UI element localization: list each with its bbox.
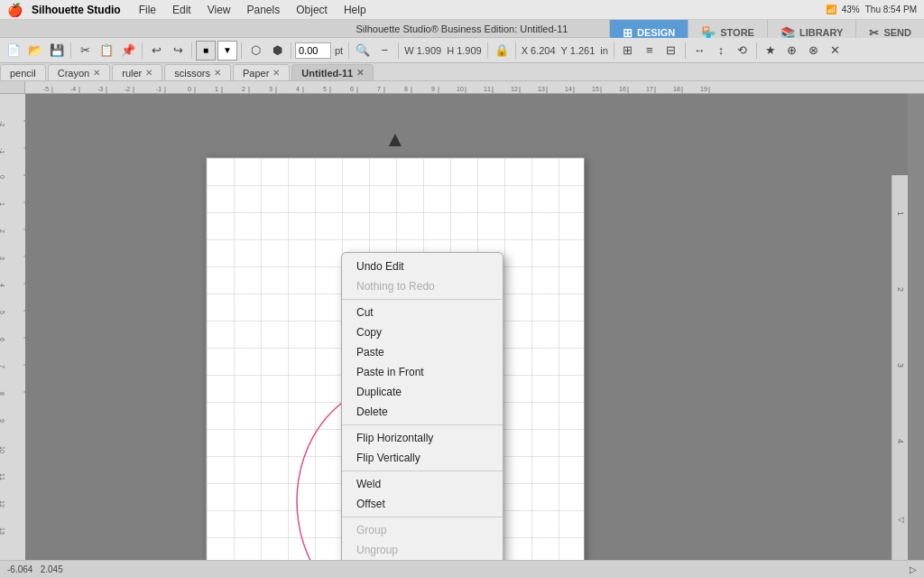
menu-edit[interactable]: Edit <box>165 2 199 18</box>
ctx-duplicate[interactable]: Duplicate <box>342 382 503 402</box>
ctx-offset[interactable]: Offset <box>342 494 503 514</box>
ctx-nothing-redo: Nothing to Redo <box>342 276 503 296</box>
ctx-flip-h[interactable]: Flip Horizontally <box>342 428 503 448</box>
ctx-sep4 <box>342 517 503 517</box>
menu-help[interactable]: Help <box>337 2 374 18</box>
svg-text:10: 10 <box>0 446 5 453</box>
open-btn[interactable]: 📂 <box>25 41 45 61</box>
doctab-untitled-close[interactable]: ✕ <box>356 68 364 78</box>
ctx-undo-edit[interactable]: Undo Edit <box>342 256 503 276</box>
svg-text:9: 9 <box>0 419 5 423</box>
coords-display: -6.064 2.045 <box>7 564 63 574</box>
doctab-paper-close[interactable]: ✕ <box>273 68 280 78</box>
group-btn[interactable]: ⬡ <box>245 41 265 61</box>
svg-text:17: 17 <box>646 86 653 92</box>
svg-text:2: 2 <box>242 86 245 92</box>
menu-view[interactable]: View <box>200 2 238 18</box>
shape-box-selected[interactable]: ■ <box>196 41 216 61</box>
ruler-corner <box>0 81 25 94</box>
ctx-paste[interactable]: Paste <box>342 342 503 362</box>
doctab-untitled[interactable]: Untitled-11 ✕ <box>291 64 374 80</box>
cut-btn[interactable]: ✂ <box>75 41 95 61</box>
doctab-crayon[interactable]: Crayon ✕ <box>48 64 110 80</box>
redo-btn[interactable]: ↪ <box>168 41 188 61</box>
shape-box-2[interactable]: ▼ <box>217 41 237 61</box>
menu-object[interactable]: Object <box>289 2 335 18</box>
y-coord-label: Y 1.261 <box>559 45 597 56</box>
sep3 <box>191 42 192 59</box>
doctab-scissors-close[interactable]: ✕ <box>214 68 221 78</box>
sep5 <box>291 42 291 59</box>
zoom-out-btn[interactable]: − <box>374 41 394 61</box>
new-btn[interactable]: 📄 <box>4 41 23 61</box>
svg-text:-1: -1 <box>156 86 162 92</box>
ctx-copy[interactable]: Copy <box>342 322 503 342</box>
svg-text:7: 7 <box>0 365 5 368</box>
right-tab-4[interactable]: 4 <box>896 439 905 443</box>
sep2 <box>142 42 143 59</box>
linewidth-input[interactable] <box>295 42 331 59</box>
close-obj-btn[interactable]: ✕ <box>826 41 845 61</box>
ruler-top: -5 -4 -3 -2 -1 0 1 2 3 4 5 6 7 8 9 10 11… <box>25 81 924 94</box>
paste-btn[interactable]: 📌 <box>118 41 138 61</box>
ctx-flip-v[interactable]: Flip Vertically <box>342 448 503 468</box>
ruler-top-svg: -5 -4 -3 -2 -1 0 1 2 3 4 5 6 7 8 9 10 11… <box>25 81 924 94</box>
svg-text:14: 14 <box>565 86 572 92</box>
page-nav[interactable]: ▷ <box>910 564 917 574</box>
svg-text:1: 1 <box>215 86 218 92</box>
save-btn[interactable]: 💾 <box>47 41 67 61</box>
ctx-weld[interactable]: Weld <box>342 474 503 494</box>
toolbar: 📄 📂 💾 ✂ 📋 📌 ↩ ↪ ■ ▼ ⬡ ⬢ pt 🔍 − W 1.909 H… <box>0 38 924 63</box>
zoom-btn[interactable]: 🔍 <box>353 41 373 61</box>
svg-text:13: 13 <box>538 86 545 92</box>
flip-v-btn[interactable]: ↕ <box>711 41 731 61</box>
undo-btn[interactable]: ↩ <box>146 41 166 61</box>
doctab-ruler[interactable]: ruler ✕ <box>112 64 162 80</box>
right-tab-2[interactable]: 2 <box>896 287 905 292</box>
sep11 <box>685 42 686 59</box>
flip-h-btn[interactable]: ↔ <box>689 41 709 61</box>
copy-btn[interactable]: 📋 <box>97 41 116 61</box>
ctx-delete[interactable]: Delete <box>342 402 503 422</box>
ungroup-btn[interactable]: ⬢ <box>267 41 287 61</box>
grid-btn[interactable]: ⊞ <box>618 41 638 61</box>
weld-btn[interactable]: ⊗ <box>804 41 824 61</box>
doctab-scissors[interactable]: scissors ✕ <box>164 64 231 80</box>
x-coord-label: X 6.204 <box>520 45 558 56</box>
sep7 <box>398 42 399 59</box>
doctab-ruler-close[interactable]: ✕ <box>145 68 152 78</box>
right-tab-3[interactable]: 3 <box>896 363 905 368</box>
doctab-pencil[interactable]: pencil <box>0 64 46 80</box>
ctx-paste-in-front[interactable]: Paste in Front <box>342 362 503 382</box>
svg-text:6: 6 <box>0 338 5 341</box>
right-expand[interactable]: ◁ <box>896 515 905 524</box>
svg-text:12: 12 <box>511 86 518 92</box>
apple-menu[interactable]: 🍎 <box>7 3 23 17</box>
lock-aspect-btn[interactable]: 🔒 <box>492 41 512 61</box>
svg-text:0: 0 <box>0 175 5 179</box>
sep8 <box>487 42 488 59</box>
ctx-cut[interactable]: Cut <box>342 303 503 322</box>
width-label: W 1.909 <box>402 45 443 56</box>
svg-text:13: 13 <box>0 527 5 535</box>
svg-text:4: 4 <box>0 284 5 287</box>
doctab-crayon-close[interactable]: ✕ <box>93 68 100 78</box>
svg-text:-1: -1 <box>0 148 5 154</box>
svg-text:1: 1 <box>0 202 5 206</box>
svg-text:9: 9 <box>431 86 435 92</box>
distribute-btn[interactable]: ⊟ <box>661 41 681 61</box>
svg-text:0: 0 <box>188 86 191 92</box>
rotate-btn[interactable]: ⟲ <box>733 41 753 61</box>
ctx-sep3 <box>342 471 503 471</box>
menu-panels[interactable]: Panels <box>240 2 288 18</box>
mirror-btn[interactable]: ⊕ <box>782 41 802 61</box>
ctx-sep1 <box>342 299 503 300</box>
align-btn[interactable]: ≡ <box>640 41 660 61</box>
menu-file[interactable]: File <box>132 2 163 18</box>
sep6 <box>348 42 349 59</box>
ruler-left: -2 -1 0 1 2 3 4 5 6 7 8 9 10 11 12 13 <box>0 81 25 578</box>
star-btn[interactable]: ★ <box>761 41 781 61</box>
doctab-paper[interactable]: Paper ✕ <box>233 64 290 80</box>
canvas-area[interactable]: ▲ <box>25 94 908 560</box>
right-tab-1[interactable]: 1 <box>896 211 905 216</box>
